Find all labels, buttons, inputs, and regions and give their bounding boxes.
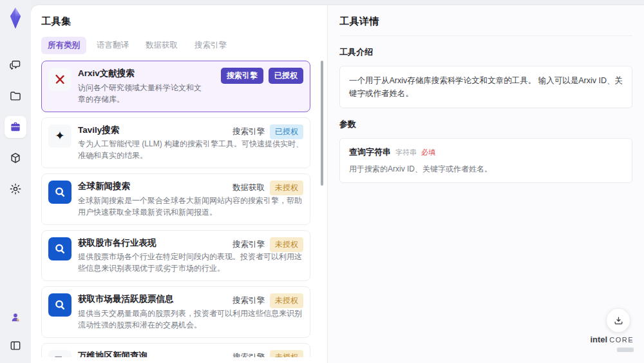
status-badge: 未授权	[270, 181, 303, 195]
category-tabs: 所有类别 语言翻译 数据获取 搜索引擎	[41, 37, 327, 54]
nav-rail	[0, 0, 31, 363]
brand-intel-text: intel	[590, 335, 607, 344]
briefcase-icon[interactable]	[5, 116, 26, 138]
param-card: 查询字符串 字符串 必填 用于搜索的Arxiv ID、关键字或作者姓名。	[339, 138, 632, 183]
panel-toggle-icon[interactable]	[5, 335, 26, 357]
app-logo	[6, 8, 25, 28]
intro-section-title: 工具介绍	[339, 46, 632, 58]
tool-desc: 提供股票市场各个行业在特定时间段内的表现。投资者可以利用这些信息来识别表现优于或…	[78, 251, 303, 274]
tab-search-engine[interactable]: 搜索引擎	[188, 37, 233, 54]
brand-ultra-tag	[617, 348, 634, 352]
chat-icon[interactable]	[5, 54, 26, 76]
tab-language-translation[interactable]: 语言翻译	[90, 37, 135, 54]
status-badge: 未授权	[270, 293, 303, 308]
tab-all-categories[interactable]: 所有类别	[41, 37, 86, 54]
category-label: 搜索引擎	[232, 126, 265, 137]
download-icon	[613, 315, 624, 326]
intro-text: 一个用于从Arxiv存储库搜索科学论文和文章的工具。 输入可以是Arxiv ID…	[339, 66, 632, 108]
list-scrollbar[interactable]	[321, 61, 323, 186]
tab-data-acquisition[interactable]: 数据获取	[139, 37, 184, 54]
param-desc: 用于搜索的Arxiv ID、关键字或作者姓名。	[349, 163, 623, 175]
category-label: 搜索引擎	[232, 352, 265, 357]
status-badge: 未授权	[270, 237, 303, 252]
detail-title: 工具详情	[339, 15, 632, 36]
intel-core-logo: intel CORE	[590, 335, 634, 354]
app-window: 工具集 所有类别 语言翻译 数据获取 搜索引擎 Arxiv文献搜索	[0, 0, 644, 363]
params-section-title: 参数	[339, 119, 632, 130]
tool-card-region-news[interactable]: 万维地区新闻查询 查询具体行政区划内的新闻，快速了解各地新闻动向。 搜索引擎 未…	[41, 343, 310, 357]
tool-card-arxiv[interactable]: Arxiv文献搜索 访问各个研究领域大量科学论文和文章的存储库。 搜索引擎 已授…	[41, 61, 310, 112]
nav-rail-bottom	[0, 306, 31, 357]
category-badge[interactable]: 搜索引擎	[221, 68, 263, 84]
cube-icon[interactable]	[5, 147, 26, 169]
arxiv-icon	[48, 68, 71, 91]
status-badge: 未授权	[270, 350, 303, 357]
param-name: 查询字符串	[349, 146, 391, 158]
category-label: 搜索引擎	[232, 239, 265, 250]
nav-rail-items	[5, 54, 26, 200]
category-label: 搜索引擎	[232, 295, 265, 306]
tool-card-most-active-stocks[interactable]: 获取市场最活跃股票信息 提供当天交易量最高的股票列表，投资者可以利用这些信息来识…	[41, 286, 310, 338]
download-button[interactable]	[607, 309, 630, 332]
tool-desc: 专为人工智能代理 (LLM) 构建的搜索引擎工具。可快速提供实时、准确和真实的结…	[78, 138, 303, 161]
gear-icon[interactable]	[5, 178, 26, 200]
stock-sector-icon	[48, 237, 71, 260]
tavily-star-icon: ✦	[48, 124, 71, 148]
folder-icon[interactable]	[5, 85, 26, 107]
param-required-flag: 必填	[421, 148, 435, 157]
tool-desc: 提供当天交易量最高的股票列表，投资者可以利用这些信息来识别流动性强的股票和潜在的…	[78, 308, 303, 331]
tool-list-panel: 工具集 所有类别 语言翻译 数据获取 搜索引擎 Arxiv文献搜索	[31, 5, 327, 363]
status-badge[interactable]: 已授权	[269, 68, 303, 84]
tool-list: Arxiv文献搜索 访问各个研究领域大量科学论文和文章的存储库。 搜索引擎 已授…	[41, 61, 327, 357]
status-badge: 已授权	[270, 124, 303, 139]
news-search-icon	[48, 181, 71, 204]
main-content: 工具集 所有类别 语言翻译 数据获取 搜索引擎 Arxiv文献搜索	[31, 5, 644, 363]
region-news-icon	[48, 350, 71, 357]
category-label: 数据获取	[232, 182, 265, 193]
active-stock-icon	[48, 293, 71, 317]
param-type: 字符串	[395, 148, 417, 157]
tool-card-global-news[interactable]: 全球新闻搜索 全球新闻搜索是一个聚合全球各大新闻网站内容的搜索引擎，帮助用户快速…	[41, 173, 310, 225]
tool-detail-panel: 工具详情 工具介绍 一个用于从Arxiv存储库搜索科学论文和文章的工具。 输入可…	[328, 5, 644, 363]
tool-card-tavily[interactable]: ✦ Tavily搜索 专为人工智能代理 (LLM) 构建的搜索引擎工具。可快速提…	[41, 117, 310, 169]
brand-core-text: CORE	[609, 337, 634, 344]
tool-desc: 全球新闻搜索是一个聚合全球各大新闻网站内容的搜索引擎，帮助用户快速获取全球最新资…	[78, 195, 303, 218]
page-title: 工具集	[41, 15, 327, 28]
tool-desc: 访问各个研究领域大量科学论文和文章的存储库。	[78, 82, 207, 105]
tool-card-sector-performance[interactable]: 获取股市各行业表现 提供股票市场各个行业在特定时间段内的表现。投资者可以利用这些…	[41, 230, 310, 282]
avatar-icon[interactable]	[5, 306, 26, 328]
